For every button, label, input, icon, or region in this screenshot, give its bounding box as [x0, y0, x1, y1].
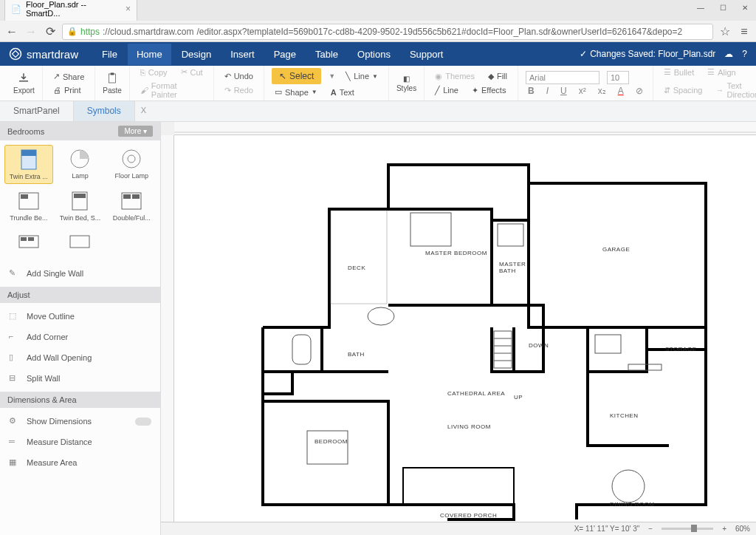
dimensions-toggle[interactable] — [135, 418, 151, 426]
move-outline[interactable]: ⬚Move Outline — [0, 306, 160, 327]
select-tool[interactable]: ↖Select — [272, 68, 321, 84]
svg-rect-29 — [494, 331, 512, 368]
print-button[interactable]: 🖨Print — [50, 84, 87, 96]
bullet-button[interactable]: ☰Bullet — [661, 66, 698, 78]
underline-button[interactable]: U — [558, 86, 569, 96]
align-button[interactable]: ☰Align — [704, 66, 738, 78]
add-wall-opening[interactable]: ▯Add Wall Opening — [0, 347, 160, 368]
show-dimensions[interactable]: ⚙Show Dimensions — [0, 411, 160, 432]
zoom-out-icon[interactable]: − — [648, 525, 653, 533]
styles-icon: ◧ — [403, 75, 410, 83]
undo-icon: ↶ — [224, 72, 231, 81]
measure-area[interactable]: ▦Measure Area — [0, 452, 160, 473]
menu-icon[interactable]: ≡ — [737, 24, 752, 39]
menu-insert[interactable]: Insert — [221, 44, 264, 65]
menu-file[interactable]: File — [93, 44, 126, 65]
line-style-button[interactable]: ╱Line — [432, 84, 461, 97]
tab-close-icon[interactable]: × — [126, 4, 131, 14]
redo-button[interactable]: ↷Redo — [221, 84, 256, 97]
close-button[interactable]: ✕ — [734, 0, 756, 15]
back-button[interactable]: ← — [4, 24, 19, 39]
copy-button[interactable]: ⎘Copy — [137, 67, 171, 78]
tab-close[interactable]: X — [135, 101, 152, 121]
text-tool[interactable]: AText — [328, 86, 357, 98]
maximize-button[interactable]: ☐ — [712, 0, 734, 15]
symbol-twin-extra[interactable]: Twin Extra ... — [4, 145, 53, 184]
area-icon: ▦ — [9, 457, 19, 468]
share-button[interactable]: ↗Share — [50, 70, 87, 83]
sidebar: Bedrooms More ▾ Twin Extra ... Lamp Floo… — [0, 122, 161, 535]
cut-icon: ✂ — [181, 67, 188, 77]
svg-point-26 — [612, 470, 645, 502]
canvas[interactable]: DECK MASTER BEDROOM MASTER BATH GARAGE B… — [174, 135, 756, 522]
line-icon: ╲ — [346, 72, 351, 81]
floorplan[interactable]: DECK MASTER BEDROOM MASTER BATH GARAGE B… — [219, 150, 721, 522]
zoom-level: 60% — [735, 525, 750, 533]
zoom-in-icon[interactable]: + — [722, 525, 726, 533]
font-size-input[interactable] — [607, 71, 629, 84]
export-button[interactable]: Export — [13, 72, 35, 95]
spacing-button[interactable]: ⇵Spacing — [661, 84, 706, 97]
room-label: MASTER BEDROOM — [425, 250, 487, 256]
symbol-lamp[interactable]: Lamp — [56, 145, 105, 184]
superscript-button[interactable]: x² — [577, 86, 588, 96]
room-label: BATH — [348, 351, 365, 358]
browser-tab[interactable]: 📄 Floor_Plan.sdr -- SmartD... × — [4, 0, 137, 21]
font-color-button[interactable]: A — [616, 86, 626, 96]
menu-options[interactable]: Options — [348, 44, 399, 65]
chevron-down-icon[interactable]: ▼ — [329, 72, 335, 80]
symbol-trundle-bed[interactable]: Trundle Be... — [4, 187, 53, 225]
format-painter-button[interactable]: 🖌Format Painter — [137, 80, 206, 100]
help-icon[interactable]: ? — [742, 49, 747, 59]
line-tool[interactable]: ╲Line▼ — [343, 70, 381, 83]
subscript-button[interactable]: x₂ — [596, 86, 608, 96]
tab-symbols[interactable]: Symbols — [74, 101, 135, 121]
fill-button[interactable]: ◆Fill — [485, 70, 510, 83]
undo-button[interactable]: ↶Undo — [221, 70, 256, 83]
font-name-input[interactable] — [526, 71, 599, 84]
cloud-icon[interactable]: ☁ — [724, 49, 733, 59]
clear-format-button[interactable]: ⊘ — [633, 86, 645, 96]
menu-support[interactable]: Support — [401, 44, 453, 65]
ruler-vertical — [161, 135, 174, 522]
symbol-double-full[interactable]: Double/Ful... — [107, 187, 156, 225]
zoom-slider[interactable] — [662, 528, 713, 530]
styles-button[interactable]: ◧ Styles — [396, 75, 416, 92]
menu-page[interactable]: Page — [265, 44, 305, 65]
svg-rect-13 — [123, 194, 131, 199]
paste-button[interactable]: Paste — [103, 72, 122, 95]
symbol-twin-bed[interactable]: Twin Bed, S... — [56, 187, 105, 225]
symbol-floor-lamp[interactable]: Floor Lamp — [107, 145, 156, 184]
add-single-wall[interactable]: ✎ Add Single Wall — [0, 263, 160, 284]
measure-distance[interactable]: ═Measure Distance — [0, 432, 160, 452]
lock-icon: 🔒 — [67, 27, 78, 36]
bookmark-icon[interactable]: ☆ — [718, 24, 732, 39]
ruler-horizontal — [174, 122, 756, 135]
themes-button[interactable]: ◉Themes — [432, 70, 478, 83]
reload-button[interactable]: ⟳ — [43, 24, 58, 39]
svg-rect-18 — [70, 236, 89, 248]
shape-tool[interactable]: ▭Shape▼ — [272, 86, 320, 98]
svg-rect-4 — [21, 150, 36, 156]
app-logo[interactable]: smartdraw — [9, 47, 78, 61]
menu-design[interactable]: Design — [173, 44, 220, 65]
forward-button[interactable]: → — [24, 24, 38, 39]
symbol-bed-8[interactable] — [56, 228, 105, 256]
menu-items: File Home Design Insert Page Table Optio… — [93, 44, 452, 65]
text-direction-button[interactable]: →Text Direction — [712, 80, 756, 100]
more-button[interactable]: More ▾ — [118, 126, 153, 137]
tab-smartpanel[interactable]: SmartPanel — [0, 101, 74, 121]
minimize-button[interactable]: — — [690, 0, 712, 15]
address-bar[interactable]: 🔒 https://cloud.smartdraw.com/editor.asp… — [62, 24, 713, 40]
menu-home[interactable]: Home — [128, 44, 171, 65]
italic-button[interactable]: I — [544, 86, 551, 96]
menu-table[interactable]: Table — [306, 44, 347, 65]
effects-button[interactable]: ✦Effects — [469, 84, 509, 97]
split-wall[interactable]: ⊟Split Wall — [0, 368, 160, 389]
effects-icon: ✦ — [472, 86, 478, 95]
line-style-icon: ╱ — [435, 86, 440, 95]
bold-button[interactable]: B — [526, 86, 537, 96]
symbol-bed-7[interactable] — [4, 228, 53, 256]
add-corner[interactable]: ⌐Add Corner — [0, 327, 160, 347]
cut-button[interactable]: ✂Cut — [178, 66, 206, 78]
